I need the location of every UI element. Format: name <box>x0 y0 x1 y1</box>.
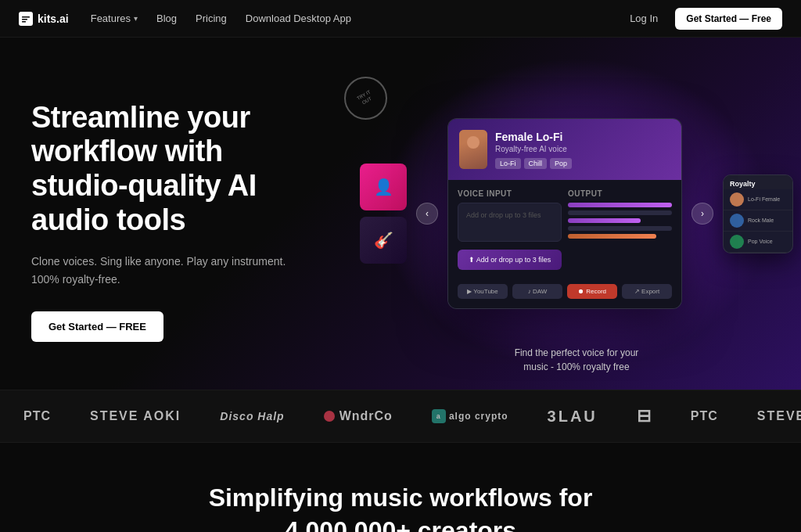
output-bar-3 <box>568 218 641 223</box>
logo-text-discohalp: Disco Halp <box>220 410 284 422</box>
nav-pricing[interactable]: Pricing <box>196 13 227 24</box>
hero-title: Streamline your workflow with studio-qua… <box>31 101 313 238</box>
input-label: Voice input <box>458 189 562 198</box>
logo-text-steve-2: STEVE <box>757 409 801 423</box>
logo-algocrypto: aalgo crypto <box>432 409 508 423</box>
logo-text-wndrco: WndrCo <box>324 409 393 423</box>
bottom-section: Simplifying music workflows for 4,000,00… <box>0 443 801 532</box>
logo[interactable]: kits.ai <box>19 12 69 26</box>
nav-features[interactable]: Features ▾ <box>91 13 138 24</box>
right-item-label-2: Rock Male <box>748 217 774 223</box>
logo-text-box: ⊟ <box>637 406 652 426</box>
caption-line-1: Find the perfect voice for your <box>515 346 639 360</box>
right-avatar-1 <box>730 192 744 207</box>
nav-cta-button[interactable]: Get Started — Free <box>675 8 782 30</box>
hero-subtitle: Clone voices. Sing like anyone. Play any… <box>31 253 313 288</box>
right-avatar-2 <box>730 214 744 228</box>
logo-box-icon: ⊟ <box>637 406 652 426</box>
card-body: Voice input Add or drop up to 3 files ⬆ … <box>448 180 681 308</box>
bottom-title-line-1: Simplifying music workflows for <box>209 483 593 512</box>
upload-label: Add or drop up to 3 files <box>476 256 551 264</box>
logos-section: PTC STEVE AOKI Disco Halp WndrCo aalgo c… <box>0 390 801 443</box>
logos-track: PTC STEVE AOKI Disco Halp WndrCo aalgo c… <box>0 406 801 426</box>
carousel-next-button[interactable]: › <box>691 203 713 225</box>
bottom-title: Simplifying music workflows for 4,000,00… <box>31 482 770 532</box>
svg-rect-2 <box>22 21 26 23</box>
action-daw[interactable]: ♪ DAW <box>512 284 562 299</box>
wndrco-dot <box>324 411 335 422</box>
right-preview-card: Royalty Lo-Fi Female Rock Male Pop Voice <box>723 174 793 253</box>
voice-input-col: Voice input Add or drop up to 3 files ⬆ … <box>458 189 562 278</box>
logo-steve-2: STEVE <box>757 409 801 423</box>
action-record[interactable]: ⏺ Record <box>567 284 617 299</box>
svg-rect-1 <box>22 19 27 20</box>
tag-3: Pop <box>550 158 572 169</box>
algo-icon: a <box>432 409 446 423</box>
avatar-image <box>459 130 487 169</box>
right-card-item-2: Rock Male <box>724 210 792 232</box>
upload-icon: ⬆ <box>469 256 475 264</box>
nav-right: Log In Get Started — Free <box>622 8 782 30</box>
chevron-down-icon: ▾ <box>134 14 138 23</box>
output-label: Output <box>568 189 672 198</box>
nav-blog[interactable]: Blog <box>156 13 177 24</box>
action-youtube[interactable]: ▶ YouTube <box>458 284 508 299</box>
logo-wndrco: WndrCo <box>324 409 393 423</box>
logo-ptc-1: PTC <box>23 409 51 423</box>
input-placeholder: Add or drop up to 3 files <box>466 211 553 219</box>
right-avatar-3 <box>730 235 744 249</box>
action-export[interactable]: ↗ Export <box>622 284 672 299</box>
left-thumbnails: 👤 🎸 <box>360 164 407 264</box>
circle-decoration: TRY ITOUT <box>344 77 387 120</box>
right-card-item-1: Lo-Fi Female <box>724 189 792 210</box>
logo-3lau: 3LAU <box>548 408 598 426</box>
card-voice-subtitle: Royalty-free AI voice <box>495 145 670 153</box>
thumb-person-2: 🎸 <box>360 217 407 264</box>
thumbnail-dark: 🎸 <box>360 217 407 264</box>
hero-cta-button[interactable]: Get Started — FREE <box>31 311 163 342</box>
logo-text-3lau: 3LAU <box>548 408 598 426</box>
output-bar-1 <box>568 203 672 207</box>
logo-text-ptc-2: PTC <box>691 409 718 423</box>
login-button[interactable]: Log In <box>622 8 666 29</box>
logo-text-ptc-1: PTC <box>23 409 51 423</box>
carousel-prev-button[interactable]: ‹ <box>416 203 438 225</box>
output-bar-2 <box>568 210 672 215</box>
output-col: Output <box>568 189 672 278</box>
card-avatar <box>459 130 487 169</box>
nav-left: kits.ai Features ▾ Blog Pricing Download… <box>19 12 351 26</box>
nav-links: Features ▾ Blog Pricing Download Desktop… <box>91 13 351 24</box>
card-two-col: Voice input Add or drop up to 3 files ⬆ … <box>458 189 672 278</box>
bottom-title-line-2: 4,000,000+ creators <box>285 516 516 532</box>
logo-text-steveaoki: STEVE AOKI <box>90 409 181 423</box>
logo-icon <box>19 12 33 26</box>
card-voice-name: Female Lo-Fi <box>495 131 670 143</box>
tag-2: Chill <box>524 158 548 169</box>
card-header-info: Female Lo-Fi Royalty-free AI voice Lo-Fi… <box>495 131 670 169</box>
main-preview-card: Female Lo-Fi Royalty-free AI voice Lo-Fi… <box>447 118 682 309</box>
voice-input-area[interactable]: Add or drop up to 3 files <box>458 203 562 242</box>
caption-line-2: music - 100% royalty free <box>515 360 639 374</box>
right-card-title: Royalty <box>724 175 792 189</box>
carousel-caption: Find the perfect voice for your music - … <box>515 346 639 374</box>
card-tags: Lo-Fi Chill Pop <box>495 158 670 169</box>
circle-text: TRY ITOUT <box>356 89 375 107</box>
output-bar-5 <box>568 234 656 239</box>
hero-left: Streamline your workflow with studio-qua… <box>0 38 344 390</box>
thumbnail-pink: 👤 <box>360 164 407 210</box>
right-item-label-1: Lo-Fi Female <box>748 196 780 202</box>
carousel: 👤 🎸 ‹ Female Lo-Fi Roya <box>360 118 793 309</box>
nav-download[interactable]: Download Desktop App <box>246 13 351 24</box>
navigation: kits.ai Features ▾ Blog Pricing Download… <box>0 0 801 38</box>
logo-discohalp: Disco Halp <box>220 410 284 422</box>
thumb-person-1: 👤 <box>360 164 407 210</box>
card-actions: ▶ YouTube ♪ DAW ⏺ Record ↗ Export <box>458 284 672 299</box>
upload-button[interactable]: ⬆ Add or drop up to 3 files <box>458 250 562 270</box>
logo-text: kits.ai <box>38 13 69 25</box>
tag-1: Lo-Fi <box>495 158 521 169</box>
logo-ptc-2: PTC <box>691 409 718 423</box>
logo-steveaoki: STEVE AOKI <box>90 409 181 423</box>
card-header: Female Lo-Fi Royalty-free AI voice Lo-Fi… <box>448 119 681 180</box>
right-card-item-3: Pop Voice <box>724 232 792 253</box>
output-bar-4 <box>568 226 672 231</box>
